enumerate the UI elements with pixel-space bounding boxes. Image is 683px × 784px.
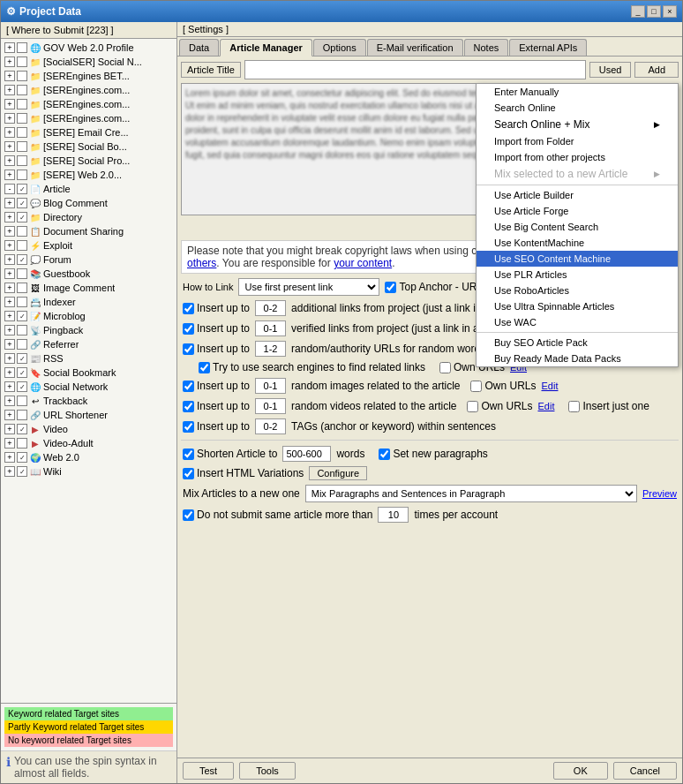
tree-item-wiki[interactable]: + 📖 Wiki	[3, 464, 175, 479]
checkbox-referrer[interactable]	[17, 339, 27, 350]
how-to-link-select[interactable]: Use first present link	[238, 278, 379, 296]
expand-icon[interactable]: +	[4, 127, 15, 138]
tree-item-ser-socialpro[interactable]: + 📁 [SERE] Social Pro...	[3, 154, 175, 168]
ok-button[interactable]: OK	[553, 762, 608, 780]
expand-icon[interactable]: +	[4, 283, 15, 293]
tab-article-manager[interactable]: Article Manager	[220, 39, 312, 57]
expand-icon[interactable]: +	[4, 113, 15, 124]
dropdown-use-plr[interactable]: Use PLR Articles	[477, 267, 678, 283]
tree-item-sercom2[interactable]: + 📁 [SEREngines.com...	[3, 97, 175, 111]
tab-data[interactable]: Data	[179, 39, 219, 56]
content-link[interactable]: your content	[334, 257, 392, 269]
expand-icon[interactable]: +	[4, 141, 15, 152]
tree-item-indexer[interactable]: + 📇 Indexer	[3, 295, 175, 309]
tree-item-sercom3[interactable]: + 📁 [SEREngines.com...	[3, 111, 175, 125]
insert-range-2[interactable]	[255, 320, 286, 336]
dropdown-use-kontent[interactable]: Use KontentMachine	[477, 235, 678, 251]
tree-item-directory[interactable]: + 📁 Directory	[3, 210, 175, 224]
checkbox-directory[interactable]	[17, 212, 27, 222]
dropdown-use-seo-content[interactable]: Use SEO Content Machine	[477, 251, 678, 267]
tree-item-sercom1[interactable]: + 📁 [SEREngines.com...	[3, 83, 175, 97]
checkbox-ser-web20[interactable]	[17, 170, 27, 180]
dropdown-search-online[interactable]: Search Online	[477, 100, 678, 116]
checkbox-sercom2[interactable]	[17, 99, 27, 109]
tree-item-gov[interactable]: + 🌐 GOV Web 2.0 Profile	[3, 41, 175, 55]
expand-icon[interactable]: +	[4, 254, 15, 265]
expand-icon[interactable]: +	[4, 438, 15, 449]
tree-item-socialnetwork[interactable]: + 🌐 Social Network	[3, 380, 175, 394]
expand-icon[interactable]: +	[4, 170, 15, 180]
tree-item-socialser[interactable]: + 📁 [SocialSER] Social N...	[3, 55, 175, 69]
expand-icon[interactable]: +	[4, 466, 15, 477]
expand-icon[interactable]: +	[4, 396, 15, 406]
insert-checkbox-tags[interactable]	[183, 421, 194, 433]
shorten-range-input[interactable]	[282, 446, 331, 462]
top-anchor-checkbox[interactable]	[385, 282, 396, 293]
expand-icon[interactable]: +	[4, 367, 15, 378]
expand-icon[interactable]: +	[4, 71, 15, 81]
tab-external-apis[interactable]: External APIs	[509, 39, 587, 56]
checkbox-blogcomment[interactable]	[17, 198, 27, 208]
dropdown-use-article-forge[interactable]: Use Article Forge	[477, 203, 678, 219]
expand-icon[interactable]: +	[4, 240, 15, 251]
tools-button[interactable]: Tools	[239, 762, 296, 780]
minimize-button[interactable]: _	[631, 5, 645, 18]
mix-select[interactable]: Mix Paragraphs and Sentences in Paragrap…	[305, 485, 637, 502]
tree-item-urlshortener[interactable]: + 🔗 URL Shortener	[3, 408, 175, 422]
dropdown-import-projects[interactable]: Import from other projects	[477, 149, 678, 165]
maximize-button[interactable]: □	[647, 5, 661, 18]
checkbox-ser-socialbo[interactable]	[17, 141, 27, 152]
tree-item-imagecomment[interactable]: + 🖼 Image Comment	[3, 281, 175, 295]
tree-item-article[interactable]: - 📄 Article	[3, 182, 175, 196]
tree-item-blogcomment[interactable]: + 💬 Blog Comment	[3, 196, 175, 210]
checkbox-sercom1[interactable]	[17, 85, 27, 95]
expand-icon[interactable]: -	[4, 184, 15, 194]
expand-icon[interactable]: +	[4, 311, 15, 321]
expand-icon[interactable]: +	[4, 198, 15, 208]
dropdown-use-ultra[interactable]: Use Ultra Spinnable Articles	[477, 298, 678, 314]
expand-icon[interactable]: +	[4, 339, 15, 350]
expand-icon[interactable]: +	[4, 325, 15, 335]
tree-item-forum[interactable]: + 💭 Forum	[3, 253, 175, 267]
article-title-input[interactable]	[244, 60, 586, 79]
dropdown-buy-seo-pack[interactable]: Buy SEO Article Pack	[477, 335, 678, 351]
preview-link[interactable]: Preview	[642, 488, 677, 499]
tree-item-web20[interactable]: + 🌍 Web 2.0	[3, 450, 175, 464]
checkbox-trackback[interactable]	[17, 396, 27, 406]
expand-icon[interactable]: +	[4, 99, 15, 109]
insert-range-videos[interactable]	[255, 398, 286, 414]
tree-item-video[interactable]: + ▶ Video	[3, 422, 175, 436]
own-urls-checkbox-sub[interactable]	[439, 362, 451, 373]
expand-icon[interactable]: +	[4, 85, 15, 95]
tree-item-pingback[interactable]: + 📡 Pingback	[3, 323, 175, 337]
insert-checkbox-videos[interactable]	[183, 401, 194, 412]
checkbox-seremail[interactable]	[17, 127, 27, 138]
edit-link-videos[interactable]: Edit	[538, 401, 555, 411]
tree-item-serbet[interactable]: + 📁 [SEREngines BET...	[3, 69, 175, 83]
checkbox-docsharing[interactable]	[17, 226, 27, 237]
tree-item-ser-web20[interactable]: + 📁 [SERE] Web 2.0...	[3, 168, 175, 182]
cancel-button[interactable]: Cancel	[613, 762, 677, 780]
dropdown-import-folder[interactable]: Import from Folder	[477, 133, 678, 149]
checkbox-gov[interactable]	[17, 42, 27, 53]
close-button[interactable]: ×	[663, 5, 677, 18]
expand-icon[interactable]: +	[4, 226, 15, 237]
dropdown-enter-manually[interactable]: Enter Manually	[477, 84, 678, 100]
checkbox-socialser[interactable]	[17, 57, 27, 67]
checkbox-imagecomment[interactable]	[17, 283, 27, 293]
dropdown-use-article-builder[interactable]: Use Article Builder	[477, 187, 678, 203]
dropdown-search-online-mix[interactable]: Search Online + Mix ▶	[477, 116, 678, 133]
others-link[interactable]: others	[187, 257, 216, 269]
edit-link-images[interactable]: Edit	[542, 381, 559, 391]
dropdown-use-big-content[interactable]: Use Big Content Search	[477, 219, 678, 235]
tree-item-videoadult[interactable]: + ▶ Video-Adult	[3, 436, 175, 450]
set-paragraphs-checkbox[interactable]	[379, 449, 390, 460]
checkbox-indexer[interactable]	[17, 297, 27, 307]
expand-icon[interactable]: +	[4, 155, 15, 166]
tree-item-guestbook[interactable]: + 📚 Guestbook	[3, 267, 175, 281]
checkbox-guestbook[interactable]	[17, 268, 27, 279]
expand-icon[interactable]: +	[4, 268, 15, 279]
checkbox-pingback[interactable]	[17, 325, 27, 335]
expand-icon[interactable]: +	[4, 424, 15, 434]
expand-icon[interactable]: +	[4, 297, 15, 307]
